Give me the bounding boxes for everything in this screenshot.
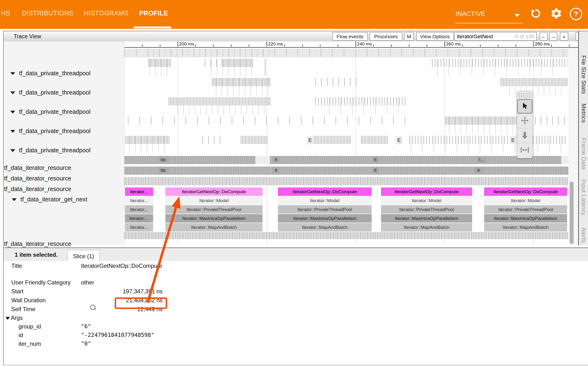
slice-iterator-getnext[interactable]: IteratorGetNextOp::DoCompute xyxy=(381,187,472,196)
gear-icon[interactable] xyxy=(550,7,563,20)
slice-iterator-mapandbatch[interactable]: Iterator... xyxy=(125,223,153,231)
tab-graphs[interactable]: HS xyxy=(1,10,10,17)
collapse-arrow-icon[interactable] xyxy=(10,130,15,133)
slice-iterator-privatethreadpool[interactable]: Iterator... xyxy=(125,205,153,214)
scrollbar-thumb[interactable] xyxy=(570,182,573,244)
get-next-span-group[interactable]: Iterator... Iterator... Iterator... Iter… xyxy=(125,187,153,231)
tab-profile[interactable]: PROFILE xyxy=(139,10,168,17)
slice-label[interactable]: It xyxy=(372,167,379,174)
tab-histograms[interactable]: HISTOGRAMS xyxy=(84,10,129,17)
slice-label[interactable]: It xyxy=(272,167,280,174)
slice-iterator-mapandbatch[interactable]: Iterator::MapAndBatch xyxy=(278,223,372,231)
collapse-arrow-icon[interactable] xyxy=(10,92,15,94)
slice-iterator-model[interactable]: Iterator::Model xyxy=(278,196,372,205)
slice-iterator-privatethreadpool[interactable]: Iterator::PrivateThreadPool xyxy=(381,205,472,214)
refresh-icon[interactable] xyxy=(529,7,542,20)
timeline-scrollbar[interactable] xyxy=(568,48,578,245)
view-options-button[interactable]: View Options xyxy=(416,32,454,41)
slice-iterator-getnext[interactable]: IteratorGetNextOp::DoCompute xyxy=(484,187,567,196)
track-label-iterator-get-next[interactable]: tf_data_iterator_get_next xyxy=(12,196,87,203)
slice-label[interactable]: It xyxy=(372,157,379,163)
side-tab-metrics[interactable]: Metrics xyxy=(580,103,587,123)
chevron-down-icon[interactable] xyxy=(514,14,520,17)
axis-tick-label: 220 ms xyxy=(268,41,283,47)
axis-tick xyxy=(409,45,409,47)
instant-event-marker[interactable]: E xyxy=(396,136,403,144)
collapse-arrow-icon[interactable] xyxy=(10,72,15,75)
field-value-category: other xyxy=(81,279,94,286)
processes-button[interactable]: Processes xyxy=(369,32,402,41)
slice-iterator-maxintraop[interactable]: Iterator::MaxIntraOpParallelism xyxy=(381,214,472,223)
slice-iterator-maxintraop[interactable]: Iterator::MaxIntraOpParallelism xyxy=(278,214,372,223)
side-tab-input-latency[interactable]: Input Latency xyxy=(580,179,587,216)
slice-tab[interactable]: Slice (1) xyxy=(67,250,100,262)
track-label-iterator-resource[interactable]: tf_data_iterator_resource xyxy=(4,185,71,192)
get-next-span-group[interactable]: IteratorGetNextOp::DoCompute Iterator::M… xyxy=(381,187,472,231)
slice-label[interactable]: Ite xyxy=(158,167,168,174)
slice-iterator-maxintraop[interactable]: Iterator::MaxIntraOpParallelism xyxy=(484,214,567,223)
axis-tick xyxy=(195,45,196,47)
slice-iterator-getnext[interactable]: Iterator... xyxy=(125,187,153,196)
slice-iterator-privatethreadpool[interactable]: Iterator::PrivateThreadPool xyxy=(278,205,372,214)
track-label-threadpool[interactable]: tf_data_private_threadpool xyxy=(10,147,90,154)
slice-label[interactable]: It xyxy=(475,167,482,174)
track-label-threadpool[interactable]: tf_data_private_threadpool xyxy=(10,89,90,96)
timeline-stage[interactable]: E E E Ite It It I... Ite It It It Iterat xyxy=(125,48,568,245)
palette-grip[interactable] xyxy=(519,93,531,98)
collapse-arrow-icon[interactable] xyxy=(12,198,17,201)
track-label-iterator-resource[interactable]: tf_data_iterator_resource xyxy=(4,175,71,182)
track-label-threadpool[interactable]: tf_data_private_threadpool xyxy=(10,108,90,115)
collapse-arrow-icon[interactable] xyxy=(10,111,15,114)
slice-iterator-model[interactable]: Iterator::Model xyxy=(165,196,263,205)
m-button[interactable]: M xyxy=(404,32,414,41)
iterator-resource-track[interactable] xyxy=(125,232,568,239)
slice-iterator-model[interactable]: Iterator::Model xyxy=(381,196,472,205)
side-tab-frame-data[interactable]: Frame Data xyxy=(580,138,587,170)
slice-iterator-privatethreadpool[interactable]: Iterator::PrivateThreadPool xyxy=(484,205,567,214)
iterator-resource-track[interactable]: Ite It It I... xyxy=(125,156,568,164)
instant-event-marker[interactable]: E xyxy=(307,136,314,144)
collapse-arrow-icon[interactable] xyxy=(10,149,15,152)
timing-tool-button[interactable] xyxy=(517,143,532,158)
find-next-button[interactable]: → xyxy=(549,32,557,41)
slice-iterator-model[interactable]: Iterator::Model xyxy=(484,196,567,205)
zoom-tool-button[interactable] xyxy=(517,128,532,143)
slice-iterator-mapandbatch[interactable]: Iterator::MapAndBatch xyxy=(484,223,567,231)
track-label-threadpool[interactable]: tf_data_private_threadpool xyxy=(10,128,90,135)
help-icon[interactable]: ? xyxy=(570,8,582,20)
slice-iterator-getnext-selected[interactable]: IteratorGetNextOp::DoCompute xyxy=(165,187,263,196)
track-label-threadpool[interactable]: tf_data_private_threadpool xyxy=(10,70,90,77)
slice-iterator-maxintraop[interactable]: Iterator:... xyxy=(125,214,153,223)
slice-iterator-maxintraop[interactable]: Iterator::MaxIntraOpParallelism xyxy=(165,214,263,223)
side-tab-file-size-stats[interactable]: File Size Stats xyxy=(580,55,587,94)
slice-iterator-mapandbatch[interactable]: Iterator::MapAndBatch xyxy=(381,223,472,231)
find-prev-button[interactable]: ← xyxy=(540,32,548,41)
slice-iterator-model[interactable]: Iterator... xyxy=(125,196,153,205)
tab-distributions[interactable]: DISTRIBUTIONS xyxy=(22,10,74,17)
slice-iterator-privatethreadpool[interactable]: Iterator::PrivateThreadPool xyxy=(165,205,263,214)
iterator-resource-track[interactable] xyxy=(125,177,568,185)
side-tab-alerts[interactable]: Alerts xyxy=(580,227,587,243)
track-label-iterator-resource[interactable]: tf_data_iterator_resource xyxy=(4,240,71,247)
axis-tick xyxy=(338,45,338,47)
axis-tick xyxy=(498,45,498,47)
get-next-span-group[interactable]: IteratorGetNextOp::DoCompute Iterator::M… xyxy=(278,187,372,231)
get-next-span-group-selected[interactable]: IteratorGetNextOp::DoCompute Iterator::M… xyxy=(165,187,263,231)
slice-label[interactable]: Ite xyxy=(158,157,168,163)
track-label-iterator-resource[interactable]: tf_data_iterator_resource xyxy=(4,164,71,171)
get-next-span-group[interactable]: IteratorGetNextOp::DoCompute Iterator::M… xyxy=(484,187,567,231)
slice-label[interactable]: I... xyxy=(477,157,486,163)
run-selector[interactable]: INACTIVE xyxy=(456,10,485,18)
iterator-resource-track[interactable]: Ite It It It xyxy=(125,167,568,175)
expand-button[interactable]: » xyxy=(560,32,568,41)
pan-tool-button[interactable] xyxy=(517,114,532,128)
selection-tool-button[interactable] xyxy=(517,99,532,114)
slice-iterator-getnext[interactable]: IteratorGetNextOp::DoCompute xyxy=(278,187,372,196)
flow-events-button[interactable]: Flow events xyxy=(332,32,368,41)
find-input[interactable]: IteratorGetNext 0 of 126 xyxy=(454,32,537,41)
slice-iterator-mapandbatch[interactable]: Iterator::MapAndBatch xyxy=(165,223,263,231)
instant-event-marker[interactable]: E xyxy=(509,136,517,144)
axis-tick xyxy=(480,45,481,47)
slice-label[interactable]: It xyxy=(272,157,280,163)
args-toggle[interactable]: Args xyxy=(6,314,22,321)
